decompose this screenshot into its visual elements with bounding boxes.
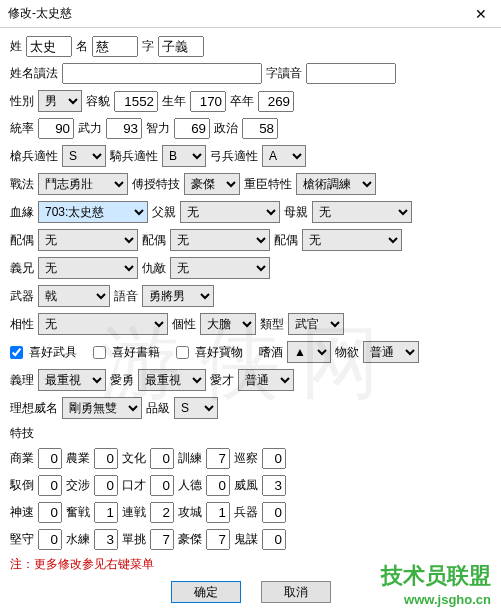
- gender-select[interactable]: 男: [38, 90, 82, 112]
- s4-input[interactable]: [206, 448, 230, 469]
- voice-select[interactable]: 勇將男: [142, 285, 214, 307]
- aicai-select[interactable]: 普通: [238, 369, 294, 391]
- birth-label: 生年: [162, 93, 186, 110]
- like-wu-checkbox[interactable]: [10, 346, 23, 359]
- row-sworn: 義兄 无 仇敵 无: [10, 257, 491, 279]
- courtesy-reading-input[interactable]: [306, 63, 396, 84]
- gender-label: 性別: [10, 93, 34, 110]
- spear-select[interactable]: S: [62, 145, 106, 167]
- skill-label: 特技: [10, 425, 34, 442]
- s1-label: 商業: [10, 450, 34, 467]
- s4-input[interactable]: [206, 502, 230, 523]
- wine-label: 嗜酒: [259, 344, 283, 361]
- ok-button[interactable]: 确定: [171, 581, 241, 603]
- s1-input[interactable]: [38, 448, 62, 469]
- yili-select[interactable]: 最重視: [38, 369, 106, 391]
- s2-input[interactable]: [94, 475, 118, 496]
- s4-label: 攻城: [178, 504, 202, 521]
- s5-input[interactable]: [262, 502, 286, 523]
- aicai-label: 愛才: [210, 372, 234, 389]
- bow-label: 弓兵適性: [210, 148, 258, 165]
- death-input[interactable]: [258, 91, 294, 112]
- s1-input[interactable]: [38, 529, 62, 550]
- like-book-checkbox[interactable]: [93, 346, 106, 359]
- s4-input[interactable]: [206, 529, 230, 550]
- enemy-select[interactable]: 无: [170, 257, 270, 279]
- name-reading-input[interactable]: [62, 63, 262, 84]
- like-book-label: 喜好書籍: [112, 344, 160, 361]
- tactic-label: 戰法: [10, 176, 34, 193]
- given-input[interactable]: [92, 36, 138, 57]
- s3-input[interactable]: [150, 529, 174, 550]
- row-skill-4: 堅守 水練 單挑 豪傑 鬼謀: [10, 529, 491, 550]
- bow-select[interactable]: A: [262, 145, 306, 167]
- pol-input[interactable]: [242, 118, 278, 139]
- rank-select[interactable]: S: [174, 397, 218, 419]
- father-select[interactable]: 无: [180, 201, 280, 223]
- spouse3-select[interactable]: 无: [302, 229, 402, 251]
- ideal-select[interactable]: 剛勇無雙: [62, 397, 142, 419]
- courtesy-reading-label: 字讀音: [266, 65, 302, 82]
- lead-input[interactable]: [38, 118, 74, 139]
- s3-input[interactable]: [150, 448, 174, 469]
- lead-label: 統率: [10, 120, 34, 137]
- weapon-select[interactable]: 戟: [38, 285, 110, 307]
- sworn-select[interactable]: 无: [38, 257, 138, 279]
- person-select[interactable]: 大膽: [200, 313, 256, 335]
- cancel-button[interactable]: 取消: [261, 581, 331, 603]
- window-title: 修改-太史慈: [8, 5, 72, 22]
- s2-input[interactable]: [94, 448, 118, 469]
- s5-input[interactable]: [262, 529, 286, 550]
- courtesy-label: 字: [142, 38, 154, 55]
- s4-label: 訓練: [178, 450, 202, 467]
- int-input[interactable]: [174, 118, 210, 139]
- mother-label: 母親: [284, 204, 308, 221]
- s5-label: 威風: [234, 477, 258, 494]
- spouse2-select[interactable]: 无: [170, 229, 270, 251]
- birth-input[interactable]: [190, 91, 226, 112]
- s2-input[interactable]: [94, 502, 118, 523]
- aiyong-select[interactable]: 最重視: [138, 369, 206, 391]
- s5-label: 兵器: [234, 504, 258, 521]
- s3-input[interactable]: [150, 475, 174, 496]
- cav-select[interactable]: B: [162, 145, 206, 167]
- death-label: 卒年: [230, 93, 254, 110]
- desire-select[interactable]: 普通: [363, 341, 419, 363]
- type-select[interactable]: 武官: [288, 313, 344, 335]
- like-wu-label: 喜好武具: [29, 344, 77, 361]
- surname-label: 姓: [10, 38, 22, 55]
- affinity-select[interactable]: 无: [38, 313, 168, 335]
- courtesy-input[interactable]: [158, 36, 204, 57]
- heavy-select[interactable]: 槍術調練: [296, 173, 376, 195]
- s4-input[interactable]: [206, 475, 230, 496]
- war-input[interactable]: [106, 118, 142, 139]
- blood-select[interactable]: 703:太史慈: [38, 201, 148, 223]
- rank-label: 品級: [146, 400, 170, 417]
- s1-input[interactable]: [38, 475, 62, 496]
- s3-input[interactable]: [150, 502, 174, 523]
- affinity-label: 相性: [10, 316, 34, 333]
- appearance-input[interactable]: [114, 91, 158, 112]
- close-button[interactable]: ✕: [461, 0, 501, 27]
- spouse2-label: 配偶: [142, 232, 166, 249]
- s5-input[interactable]: [262, 475, 286, 496]
- s2-input[interactable]: [94, 529, 118, 550]
- appearance-label: 容貌: [86, 93, 110, 110]
- int-label: 智力: [146, 120, 170, 137]
- row-likes: 喜好武具 喜好書籍 喜好寶物 嗜酒 ▲ 物欲 普通: [10, 341, 491, 363]
- voice-label: 語音: [114, 288, 138, 305]
- mother-select[interactable]: 无: [312, 201, 412, 223]
- s5-input[interactable]: [262, 448, 286, 469]
- s1-input[interactable]: [38, 502, 62, 523]
- s2-label: 奮戦: [66, 504, 90, 521]
- surname-input[interactable]: [26, 36, 72, 57]
- teach-select[interactable]: 豪傑: [184, 173, 240, 195]
- wine-select[interactable]: ▲: [287, 341, 331, 363]
- tactic-select[interactable]: 鬥志勇壯: [38, 173, 128, 195]
- like-treasure-checkbox[interactable]: [176, 346, 189, 359]
- spouse1-select[interactable]: 无: [38, 229, 138, 251]
- row-affinity: 相性 无 個性 大膽 類型 武官: [10, 313, 491, 335]
- row-aptitude: 槍兵適性 S 騎兵適性 B 弓兵適性 A: [10, 145, 491, 167]
- row-reading: 姓名讀法 字讀音: [10, 63, 491, 84]
- row-skill-2: 馭倒 交涉 口才 人德 威風: [10, 475, 491, 496]
